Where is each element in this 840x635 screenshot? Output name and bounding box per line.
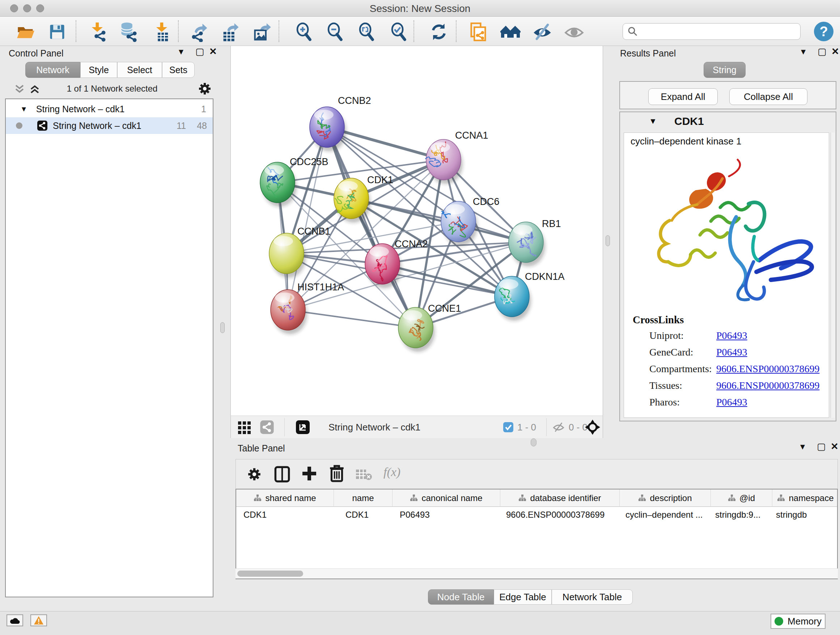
zoom-selected-button[interactable]: [388, 22, 409, 42]
network-node-ccna1[interactable]: CCNA1: [425, 130, 488, 184]
network-node-cdkn1a[interactable]: CDKN1A: [494, 271, 565, 321]
control-panel-float-icon[interactable]: ▾: [179, 46, 183, 57]
collection-count: 1: [201, 104, 206, 114]
network-edge[interactable]: [351, 198, 526, 242]
delete-column-icon[interactable]: [329, 464, 344, 483]
help-icon: ?: [819, 24, 828, 40]
collapse-all-button[interactable]: Collapse All: [729, 88, 807, 105]
column-header-id[interactable]: @id: [711, 489, 772, 507]
network-options-gear-icon[interactable]: [197, 81, 212, 96]
tree-column-icon: [638, 494, 646, 502]
collapse-all-icon[interactable]: [13, 83, 26, 95]
cloud-status-button[interactable]: [6, 614, 23, 626]
table-panel-close-icon[interactable]: ✕: [831, 441, 838, 452]
network-view-toolbar: String Network – cdk1 1 - 0 0 - 0: [231, 416, 603, 438]
first-neighbors-button[interactable]: [500, 22, 521, 42]
cell-database-identifier: 9606.ENSP00000378699: [500, 507, 620, 523]
control-panel-close-icon[interactable]: ✕: [209, 46, 217, 57]
network-node-rb1[interactable]: RB1: [508, 218, 561, 266]
tab-select[interactable]: Select: [117, 62, 162, 78]
zoom-fit-button[interactable]: [356, 22, 377, 42]
hide-selected-button[interactable]: [532, 22, 553, 42]
crosslink-label: Pharos:: [649, 396, 680, 408]
tab-node-table[interactable]: Node Table: [428, 589, 494, 605]
import-network-from-database-button[interactable]: [118, 22, 139, 42]
save-session-button[interactable]: [47, 22, 67, 42]
tab-string[interactable]: String: [704, 62, 745, 78]
results-panel-float-icon[interactable]: ▾: [801, 46, 806, 57]
search-input[interactable]: [622, 23, 801, 40]
gene-expander-icon[interactable]: ▼: [649, 117, 657, 126]
network-canvas[interactable]: CCNB2CCNA1CDC25BCDK1CDC6RB1CCNB1CCNA2CDK…: [231, 46, 603, 416]
collection-expander-icon[interactable]: ▼: [20, 105, 27, 113]
network-node-hist1h1a[interactable]: HIST1H1A: [271, 282, 344, 334]
results-panel-maximize-icon[interactable]: ▢: [818, 46, 827, 57]
tab-edge-table[interactable]: Edge Table: [494, 589, 552, 605]
crosslink-compartments-link[interactable]: 9606.ENSP00000378699: [716, 363, 819, 375]
network-node-ccnb2[interactable]: CCNB2: [309, 95, 371, 151]
tab-network-table[interactable]: Network Table: [552, 589, 633, 605]
network-node-ccna2[interactable]: CCNA2: [365, 239, 428, 288]
results-scrollbar[interactable]: [831, 133, 835, 418]
right-splitter-handle[interactable]: [606, 235, 610, 246]
scrollbar-thumb[interactable]: [237, 570, 303, 577]
tree-column-icon: [728, 494, 736, 502]
column-header-database-identifier[interactable]: database identifier: [500, 489, 620, 507]
network-edge[interactable]: [288, 310, 416, 328]
tab-sets[interactable]: Sets: [162, 62, 195, 78]
cell-namespace: stringdb: [772, 507, 838, 523]
network-collection-row[interactable]: ▼ String Network – cdk1 1: [6, 101, 213, 117]
column-header-name[interactable]: name: [334, 489, 393, 507]
import-table-button[interactable]: [152, 22, 172, 42]
column-header-shared-name[interactable]: shared name: [236, 489, 334, 507]
string-network-graph[interactable]: CCNB2CCNA1CDC25BCDK1CDC6RB1CCNB1CCNA2CDK…: [231, 46, 603, 416]
network-share-toggle[interactable]: [260, 419, 274, 435]
left-splitter-handle[interactable]: [220, 322, 225, 333]
selected-checkbox-icon[interactable]: [503, 422, 514, 432]
export-image-button[interactable]: [252, 22, 272, 42]
open-in-window-button[interactable]: [295, 419, 310, 435]
column-header-description[interactable]: description: [620, 489, 711, 507]
tree-column-icon: [518, 494, 526, 502]
birdseye-grid-button[interactable]: [237, 419, 252, 435]
network-node-ccne1[interactable]: CCNE1: [398, 303, 461, 352]
add-column-icon[interactable]: [301, 465, 317, 482]
crosslink-tissues-link[interactable]: 9606.ENSP00000378699: [716, 380, 819, 391]
open-session-button[interactable]: [15, 22, 35, 42]
show-columns-icon[interactable]: [274, 466, 290, 483]
table-panel-maximize-icon[interactable]: ▢: [817, 441, 826, 452]
memory-button[interactable]: Memory: [771, 614, 826, 629]
zoom-out-button[interactable]: [325, 22, 345, 42]
tab-style[interactable]: Style: [80, 62, 117, 78]
expand-all-icon[interactable]: [28, 83, 41, 95]
column-header-namespace[interactable]: namespace: [772, 489, 838, 507]
import-network-button[interactable]: [88, 22, 108, 42]
crosslink-genecard-link[interactable]: P06493: [716, 347, 747, 358]
network-edge[interactable]: [327, 127, 416, 328]
warnings-button[interactable]: [30, 614, 47, 626]
expand-all-button[interactable]: Expand All: [648, 88, 718, 105]
help-button[interactable]: ?: [814, 22, 834, 41]
tab-network[interactable]: Network: [25, 62, 80, 78]
fit-selection-button[interactable]: [584, 419, 600, 435]
network-edge-count: 48: [197, 120, 207, 131]
zoom-in-button[interactable]: [294, 22, 314, 42]
main-toolbar: ?: [0, 17, 840, 46]
column-header-canonical-name[interactable]: canonical name: [393, 489, 500, 507]
crosslink-pharos-link[interactable]: P06493: [716, 396, 747, 408]
show-all-button[interactable]: [564, 22, 584, 42]
table-settings-gear-icon[interactable]: [247, 467, 262, 482]
crosslink-uniprot-link[interactable]: P06493: [716, 330, 747, 341]
export-table-button[interactable]: [220, 22, 240, 42]
network-node-cdk1[interactable]: CDK1: [334, 174, 393, 223]
clone-network-button[interactable]: [468, 22, 488, 42]
network-row[interactable]: String Network – cdk1 11 48: [6, 117, 213, 134]
refresh-button[interactable]: [429, 22, 449, 42]
export-table-icon: [220, 22, 240, 42]
results-panel-close-icon[interactable]: ✕: [831, 46, 839, 57]
export-network-button[interactable]: [189, 22, 210, 42]
network-node-cdc25b[interactable]: CDC25B: [260, 157, 328, 207]
control-panel-maximize-icon[interactable]: ▢: [195, 46, 204, 57]
table-panel-float-icon[interactable]: ▾: [800, 441, 805, 452]
table-horizontal-scrollbar[interactable]: [235, 568, 838, 578]
